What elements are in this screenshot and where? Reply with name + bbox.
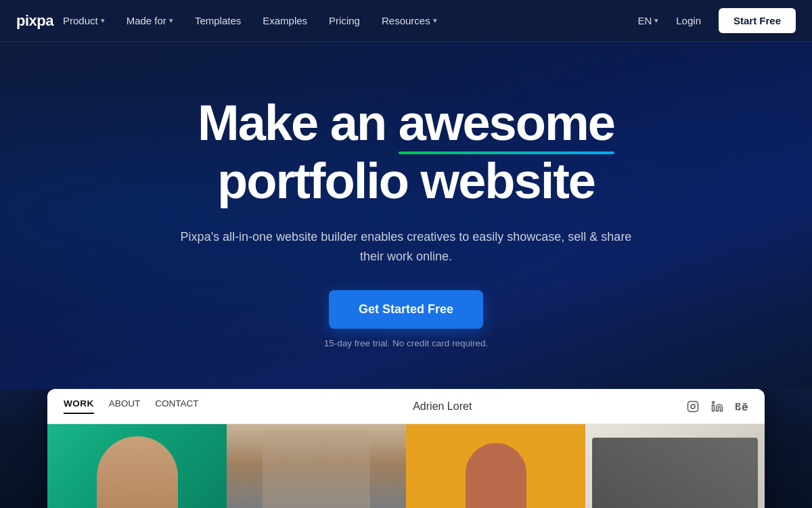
preview-nav-contact[interactable]: CONTACT — [155, 398, 198, 414]
nav-links: Product ▾ Made for ▾ Templates Examples … — [53, 9, 637, 32]
nav-item-resources[interactable]: Resources ▾ — [372, 9, 447, 32]
hero-subtext: Pixpa's all-in-one website builder enabl… — [169, 227, 643, 267]
chevron-down-icon: ▾ — [101, 16, 105, 25]
nav-right: EN ▾ Login Start Free — [637, 8, 796, 33]
logo[interactable]: pixpa — [16, 12, 53, 30]
preview-nav-work[interactable]: WORK — [64, 398, 94, 414]
get-started-free-button[interactable]: Get Started Free — [329, 290, 483, 329]
svg-rect-0 — [688, 401, 698, 411]
hero-headline: Make an awesome portfolio website — [198, 96, 614, 208]
nav-item-made-for[interactable]: Made for ▾ — [117, 9, 183, 32]
preview-site-name: Adrien Loret — [199, 400, 686, 413]
portfolio-image-3 — [406, 424, 585, 508]
portfolio-image-2 — [227, 424, 406, 508]
portfolio-grid — [47, 424, 765, 508]
navbar: pixpa Product ▾ Made for ▾ Templates Exa… — [0, 0, 812, 42]
chevron-down-icon: ▾ — [654, 16, 658, 25]
portfolio-image-4 — [585, 424, 765, 508]
nav-item-examples[interactable]: Examples — [253, 9, 317, 32]
chevron-down-icon: ▾ — [433, 16, 437, 25]
preview-card: WORK ABOUT CONTACT Adrien Loret — [47, 389, 765, 508]
svg-point-2 — [695, 403, 696, 405]
trial-text: 15-day free trial. No credit card requir… — [324, 338, 488, 348]
start-free-button[interactable]: Start Free — [719, 8, 796, 33]
svg-rect-3 — [713, 405, 715, 411]
nav-item-pricing[interactable]: Pricing — [319, 9, 369, 32]
chevron-down-icon: ▾ — [169, 16, 173, 25]
behance-icon[interactable] — [735, 400, 748, 413]
preview-nav-about[interactable]: ABOUT — [109, 398, 141, 414]
preview-section: WORK ABOUT CONTACT Adrien Loret — [0, 389, 812, 508]
instagram-icon[interactable] — [686, 400, 700, 413]
login-button[interactable]: Login — [667, 9, 710, 32]
svg-point-1 — [691, 405, 695, 409]
nav-item-product[interactable]: Product ▾ — [53, 9, 114, 32]
hero-section: Make an awesome portfolio website Pixpa'… — [0, 42, 812, 389]
nav-item-templates[interactable]: Templates — [185, 9, 250, 32]
preview-nav-left: WORK ABOUT CONTACT — [64, 398, 199, 414]
hero-awesome-word: awesome — [399, 96, 614, 154]
preview-nav-right — [686, 400, 748, 413]
language-selector[interactable]: EN ▾ — [637, 15, 658, 26]
portfolio-image-1 — [47, 424, 227, 508]
linkedin-icon[interactable] — [710, 400, 724, 413]
preview-navbar: WORK ABOUT CONTACT Adrien Loret — [47, 389, 765, 424]
svg-point-4 — [713, 401, 715, 403]
awesome-underline — [399, 152, 614, 154]
